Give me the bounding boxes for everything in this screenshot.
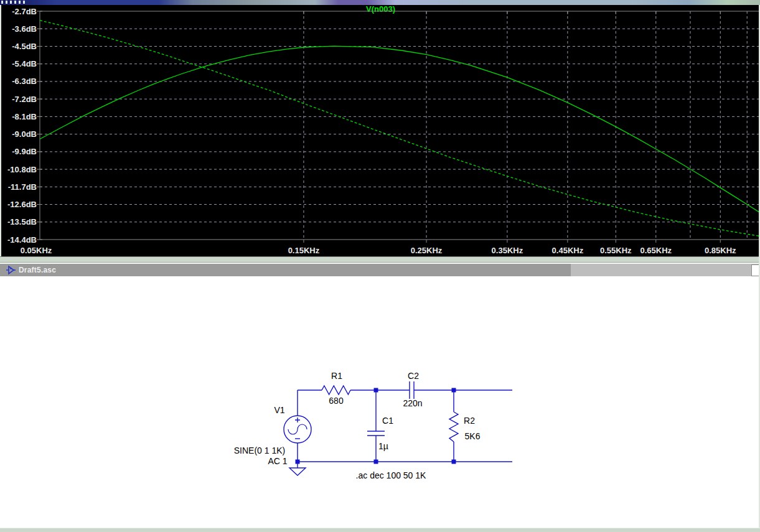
y-axis-label: -3.6dB bbox=[12, 24, 37, 34]
label-r2-value[interactable]: 5K6 bbox=[465, 431, 481, 441]
y-axis-label: -2.7dB bbox=[12, 7, 37, 16]
label-c2-value[interactable]: 220n bbox=[403, 398, 422, 408]
x-axis-label: 0.65KHz bbox=[640, 246, 672, 255]
x-axis-label: 0.35KHz bbox=[492, 246, 523, 255]
waveform-pane[interactable]: V(n003) -2.7dB-3.6dB-4.5dB-5.4dB-6.3dB-7… bbox=[0, 5, 760, 256]
schematic-window-title: Draft5.asc bbox=[19, 266, 56, 274]
x-axis-label: 0.45KHz bbox=[552, 246, 584, 255]
trace-magnitude-solid[interactable] bbox=[40, 46, 759, 212]
y-axis-label: -5.4dB bbox=[12, 59, 37, 68]
y-axis-label: -9.0dB bbox=[12, 129, 37, 139]
x-axis-label: 0.85KHz bbox=[705, 246, 736, 255]
x-axis-label: 0.05KHz bbox=[21, 246, 52, 255]
window-bottom-border bbox=[0, 528, 760, 532]
label-c1-name[interactable]: C1 bbox=[382, 416, 393, 426]
x-axis-label: 0.15KHz bbox=[288, 246, 320, 255]
label-c2-name[interactable]: C2 bbox=[408, 371, 419, 381]
pane-divider[interactable] bbox=[0, 257, 760, 262]
capacitor-c2[interactable] bbox=[410, 381, 414, 399]
label-v1-ac[interactable]: AC 1 bbox=[268, 456, 287, 466]
x-axis-label: 0.55KHz bbox=[600, 246, 632, 255]
waveform-plot-canvas[interactable]: -2.7dB-3.6dB-4.5dB-5.4dB-6.3dB-7.2dB-8.1… bbox=[1, 5, 760, 256]
ltspice-window: { "colors": { "plot_bg": "#000000", "tra… bbox=[0, 0, 760, 532]
y-axis-label: -8.1dB bbox=[12, 112, 37, 121]
ltspice-schematic-icon bbox=[6, 265, 16, 276]
label-r1-value[interactable]: 680 bbox=[329, 396, 343, 406]
y-axis-label: -10.8dB bbox=[7, 165, 37, 174]
label-spice-directive[interactable]: .ac dec 100 50 1K bbox=[356, 470, 426, 480]
label-c1-value[interactable]: 1µ bbox=[378, 441, 388, 451]
y-axis-label: -13.5dB bbox=[7, 217, 37, 226]
label-v1-sine[interactable]: SINE(0 1 1K) bbox=[234, 446, 285, 455]
schematic-titlebar[interactable]: Draft5.asc bbox=[0, 263, 760, 276]
label-v1-name[interactable]: V1 bbox=[274, 405, 284, 415]
y-axis-label: -6.3dB bbox=[12, 77, 37, 86]
y-axis-label: -14.4dB bbox=[7, 235, 37, 245]
schematic-canvas[interactable] bbox=[0, 276, 760, 528]
voltage-source-v1[interactable] bbox=[284, 390, 311, 462]
x-axis-label: 0.25KHz bbox=[411, 246, 443, 255]
y-axis-label: -9.9dB bbox=[12, 147, 37, 156]
label-r2-name[interactable]: R2 bbox=[464, 416, 475, 426]
resistor-r2[interactable] bbox=[449, 390, 458, 462]
label-r1-name[interactable]: R1 bbox=[331, 371, 342, 381]
plot-frame bbox=[40, 11, 759, 240]
drag-handle-dots bbox=[1, 1, 26, 4]
y-axis-label: -7.2dB bbox=[12, 95, 37, 104]
y-axis-label: -4.5dB bbox=[12, 42, 37, 51]
schematic-drawing bbox=[0, 276, 760, 528]
trace-phase-dashed[interactable] bbox=[40, 21, 759, 236]
y-axis-label: -12.6dB bbox=[7, 200, 37, 209]
y-axis-label: -11.7dB bbox=[8, 182, 37, 192]
resistor-r1[interactable] bbox=[322, 386, 350, 394]
